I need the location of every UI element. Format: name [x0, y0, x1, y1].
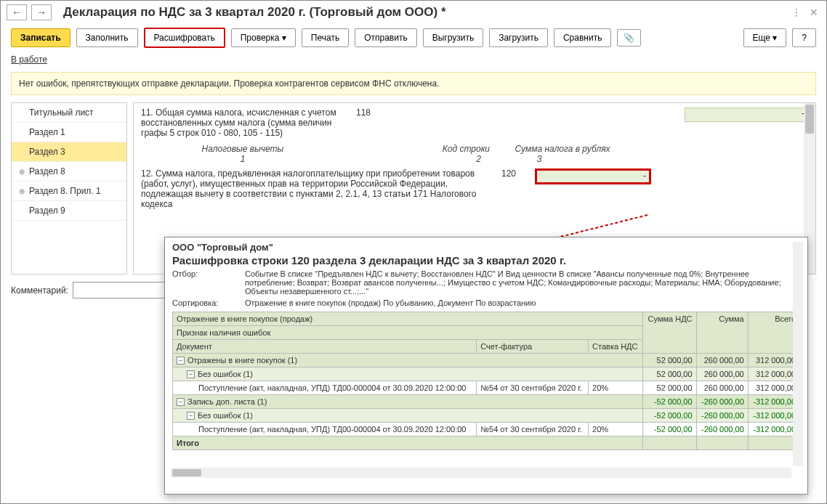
- import-button[interactable]: Загрузить: [489, 28, 548, 47]
- popup-vscrollbar[interactable]: [793, 242, 803, 466]
- back-button[interactable]: ←: [7, 4, 27, 20]
- sidebar-item-section-1[interactable]: Раздел 1: [12, 123, 126, 142]
- comment-label: Комментарий:: [11, 285, 68, 296]
- expand-icon[interactable]: ⊕: [19, 168, 26, 176]
- th-doc[interactable]: Документ: [173, 340, 477, 354]
- row-12-code: 120: [494, 168, 523, 209]
- attach-button[interactable]: 📎: [617, 29, 641, 46]
- popup-filter-label: Отбор:: [172, 269, 245, 296]
- chevron-down-icon: ▾: [282, 33, 286, 43]
- close-icon[interactable]: ✕: [807, 6, 820, 19]
- popup-filter-value: Событие В списке "Предъявлен НДС к вычет…: [245, 269, 800, 296]
- sidebar-item-title-page[interactable]: Титульный лист: [12, 103, 126, 123]
- th-sf[interactable]: Счет-фактура: [477, 340, 589, 354]
- sidebar-item-section-8[interactable]: ⊕Раздел 8: [12, 162, 126, 182]
- row-12-value-input[interactable]: -: [535, 168, 651, 184]
- table-row[interactable]: −Отражены в книге покупок (1)52 000,0026…: [173, 354, 800, 367]
- send-button[interactable]: Отправить: [355, 28, 417, 47]
- table-row[interactable]: Поступление (акт, накладная, УПД) ТД00-0…: [173, 423, 800, 436]
- expand-icon[interactable]: ⊕: [19, 187, 26, 195]
- header-deductions: Налоговые вычеты: [141, 144, 344, 154]
- window-title: Декларация по НДС за 3 квартал 2020 г. (…: [63, 5, 786, 20]
- table-row[interactable]: −Без ошибок (1)-52 000,00-260 000,00-312…: [173, 409, 800, 423]
- forward-button[interactable]: →: [31, 4, 52, 20]
- help-button[interactable]: ?: [792, 28, 816, 47]
- popup-sort-label: Сортировка:: [172, 298, 245, 307]
- th-errors[interactable]: Признак наличия ошибок: [173, 326, 643, 340]
- header-sum: Сумма налога в рублях: [490, 144, 635, 154]
- decipher-popup: ООО "Торговый дом" Расшифровка строки 12…: [164, 237, 808, 495]
- decipher-table: Отражение в книге покупок (продаж) Сумма…: [172, 312, 800, 450]
- status-row: В работе: [1, 52, 826, 68]
- options-icon[interactable]: ⋮: [790, 6, 803, 19]
- popup-org: ООО "Торговый дом": [172, 242, 800, 253]
- table-row[interactable]: −Запись доп. листа (1)-52 000,00-260 000…: [173, 395, 800, 409]
- col-num-2: 2: [344, 154, 481, 164]
- print-button[interactable]: Печать: [302, 28, 349, 47]
- fill-button[interactable]: Заполнить: [76, 28, 138, 47]
- table-row[interactable]: −Без ошибок (1)52 000,00260 000,00312 00…: [173, 367, 800, 381]
- window-header: ← → Декларация по НДС за 3 квартал 2020 …: [1, 1, 826, 24]
- th-reflection[interactable]: Отражение в книге покупок (продаж): [173, 312, 643, 326]
- chevron-down-icon: ▾: [772, 33, 777, 43]
- sidebar-item-section-9[interactable]: Раздел 9: [12, 201, 126, 221]
- th-total[interactable]: Всего: [748, 312, 799, 354]
- decipher-button[interactable]: Расшифровать: [144, 28, 225, 48]
- th-rate[interactable]: Ставка НДС: [589, 340, 643, 354]
- popup-hscrollbar[interactable]: [171, 468, 791, 478]
- check-button[interactable]: Проверка ▾: [231, 28, 296, 47]
- main-window: ← → Декларация по НДС за 3 квартал 2020 …: [0, 0, 827, 504]
- row-11-text: 11. Общая сумма налога, исчисленная с уч…: [141, 107, 344, 138]
- toolbar: Записать Заполнить Расшифровать Проверка…: [1, 24, 826, 52]
- th-nds[interactable]: Сумма НДС: [643, 312, 697, 354]
- compare-button[interactable]: Сравнить: [554, 28, 611, 47]
- sections-sidebar: Титульный лист Раздел 1 Раздел 3 ⊕Раздел…: [11, 102, 127, 275]
- popup-title: Расшифровка строки 120 раздела 3 деклара…: [172, 254, 800, 267]
- col-num-1: 1: [141, 154, 344, 164]
- collapse-icon[interactable]: −: [177, 398, 185, 406]
- more-button[interactable]: Еще ▾: [743, 28, 787, 47]
- paperclip-icon: 📎: [624, 33, 634, 43]
- sidebar-item-section-3[interactable]: Раздел 3: [12, 142, 126, 162]
- collapse-icon[interactable]: −: [187, 412, 195, 420]
- header-code: Код строки: [344, 144, 490, 154]
- comment-input[interactable]: [73, 282, 174, 298]
- collapse-icon[interactable]: −: [177, 357, 185, 365]
- th-sum[interactable]: Сумма: [696, 312, 748, 354]
- row-11-value[interactable]: -: [685, 107, 808, 122]
- popup-sort-value: Отражение в книге покупок (продаж) По уб…: [245, 298, 800, 307]
- col-num-3: 3: [481, 154, 597, 164]
- save-button[interactable]: Записать: [11, 28, 70, 47]
- collapse-icon[interactable]: −: [187, 370, 195, 378]
- status-link[interactable]: В работе: [11, 54, 47, 65]
- sidebar-item-section-8-app1[interactable]: ⊕Раздел 8. Прил. 1: [12, 182, 126, 201]
- export-button[interactable]: Выгрузить: [423, 28, 484, 47]
- info-bar: Нет ошибок, препятствующих отправке декл…: [11, 72, 816, 95]
- table-row[interactable]: Итого: [173, 436, 800, 450]
- table-row[interactable]: Поступление (акт, накладная, УПД) ТД00-0…: [173, 381, 800, 395]
- row-12-text: 12. Сумма налога, предъявленная налогопл…: [141, 168, 483, 209]
- row-11-code: 118: [356, 107, 385, 118]
